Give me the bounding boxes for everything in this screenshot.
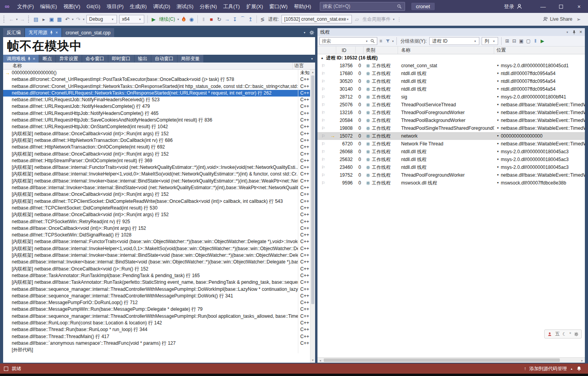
- thread-row[interactable]: ⚐ → 13216 0 工作线程 ThreadPoolForegroundWor…: [317, 109, 585, 116]
- toolbar-overflow-icon[interactable]: ⋮: [395, 15, 403, 23]
- callstack-row[interactable]: → [内联框架] netbase.dll!base::internal::Fun…: [3, 238, 315, 245]
- callstack-row[interactable]: → netbase.dll!base::MessagePumpWin::Run(…: [3, 306, 315, 313]
- thread-location[interactable]: ▼ netbase.dll!base::WaitableEvent::Timed…: [494, 109, 585, 116]
- pause-icon[interactable]: ‖: [200, 15, 208, 23]
- menu-item[interactable]: 项目(P): [104, 0, 127, 13]
- callstack-row[interactable]: → [内联框架] netbase.dll!base::internal::Fun…: [3, 164, 315, 171]
- expand-location-icon[interactable]: ▼: [497, 124, 499, 132]
- callstack-row[interactable]: → netbase.dll!net::URLRequestHttpJob::On…: [3, 124, 315, 130]
- filter-funnel-icon[interactable]: [384, 37, 391, 45]
- tool-window-tab[interactable]: 命令窗口 ×: [82, 55, 108, 63]
- undo-icon[interactable]: ↶: [63, 15, 71, 23]
- thread-flag-icon[interactable]: ⚐: [317, 70, 329, 77]
- redo-icon[interactable]: ↷: [74, 15, 82, 23]
- thread-row[interactable]: ⚐ → 25632 0 工作线程 ntdll.dll 线程 ▼ msys-2.0…: [317, 156, 585, 163]
- document-tab[interactable]: 反汇编 ×: [3, 28, 24, 37]
- freeze-threads-icon[interactable]: ‖: [532, 37, 539, 45]
- callstack-row[interactable]: → netbase.dll!net::URLRequestJob::Notify…: [3, 97, 315, 103]
- callstack-row[interactable]: → netbase.dll!cronet::Cronet_UrlRequestI…: [3, 83, 315, 90]
- column-header-id[interactable]: ID: [336, 47, 356, 54]
- callstack-row[interactable]: → [内联框架] netbase.dll!base::OnceCallback<…: [3, 211, 315, 218]
- expand-location-icon[interactable]: ▼: [497, 156, 499, 163]
- quick-search-box[interactable]: 搜索 (Ctrl+Q): [320, 2, 405, 11]
- callstack-row[interactable]: → netbase.dll!net::HttpStreamParser::OnI…: [3, 158, 315, 164]
- callstack-row[interactable]: → netbase.dll!net::URLRequestJob::Notify…: [3, 103, 315, 110]
- active-files-chevron-icon[interactable]: ▾: [304, 31, 305, 34]
- ime-mode-label[interactable]: 五: [555, 331, 559, 337]
- scroll-left-icon[interactable]: ◂: [317, 358, 323, 363]
- threads-horizontal-scrollbar[interactable]: ◂ ▸: [317, 357, 585, 363]
- callstack-row[interactable]: → [内联框架] netbase.dll!base::OnceCallback<…: [3, 131, 315, 137]
- scrollbar-thumb[interactable]: [324, 358, 560, 362]
- callstack-row[interactable]: → netbase.dll!base::OnceCallback<void (i…: [3, 225, 315, 232]
- callstack-row[interactable]: → netbase.dll!base::`anonymous namespace…: [3, 340, 315, 347]
- callstack-row[interactable]: → [内联框架] netbase.dll!base::internal::Inv…: [3, 178, 315, 184]
- thread-row[interactable]: ⚐ → 28712 0 工作线程 sig ▼ msys-2.0.dll!0000…: [317, 93, 585, 101]
- thread-location[interactable]: ▼ netbase.dll!base::WaitableEvent::Timed…: [494, 124, 585, 132]
- save-icon[interactable]: ▣: [48, 15, 56, 23]
- ime-toolbar[interactable]: 五 ☾ °: [544, 329, 582, 338]
- column-header-name[interactable]: 名称: [398, 47, 494, 54]
- filter-caret-icon[interactable]: ▾: [392, 39, 394, 43]
- callstack-row[interactable]: → [内联框架] netbase.dll!base::TaskAnnotator…: [3, 279, 315, 286]
- callstack-row[interactable]: → netbase.dll!base::MessagePumpForIO::Do…: [3, 299, 315, 306]
- menu-item[interactable]: Git(G): [83, 0, 103, 13]
- group-windows-icon[interactable]: ▣: [518, 37, 525, 45]
- callstack-vertical-scrollbar[interactable]: ▴ ▾: [310, 70, 315, 363]
- thread-row[interactable]: ⚐ → 17680 0 工作线程 ntdll.dll 线程 ▼ ntdll.dl…: [317, 70, 585, 77]
- menu-item[interactable]: 分析(N): [197, 0, 220, 13]
- callstack-row[interactable]: → netbase.dll!net::TCPClientSocket::DidC…: [3, 205, 315, 211]
- column-header-suspend[interactable]: [356, 47, 364, 54]
- thread-flag-icon[interactable]: ⚐: [317, 179, 329, 187]
- expand-location-icon[interactable]: ▼: [497, 109, 499, 116]
- document-tab[interactable]: cronet_conn_stat.cpp ×: [62, 28, 114, 37]
- thread-location[interactable]: ▼ netbase.dll!base::WaitableEvent::Timed…: [494, 101, 585, 109]
- callstack-row[interactable]: → netbase.dll!net::TCPSocketWin::RetryRe…: [3, 218, 315, 225]
- editor-area[interactable]: 帧不在模块中: [3, 37, 315, 55]
- expand-all-icon[interactable]: ⊞: [504, 37, 511, 45]
- tool-window-tab[interactable]: 即时窗口 ×: [108, 55, 134, 63]
- callstack-row[interactable]: → [外部代码]: [3, 347, 315, 353]
- step-out-icon[interactable]: ↥: [247, 15, 255, 23]
- navigate-forward-icon[interactable]: →: [18, 15, 26, 23]
- menu-item[interactable]: 测试(S): [173, 0, 196, 13]
- close-icon[interactable]: ×: [579, 29, 582, 35]
- chevron-down-icon[interactable]: ▾: [311, 57, 313, 61]
- continue-caret-icon[interactable]: ▾: [177, 18, 179, 21]
- save-all-icon[interactable]: ▦: [56, 15, 63, 23]
- process-select[interactable]: [10532] cronet_conn_stat.exe▾: [281, 15, 352, 23]
- toolbar-grip[interactable]: [4, 16, 5, 23]
- callstack-row[interactable]: → [内联框架] netbase.dll!base::OnceCallback<…: [3, 151, 315, 158]
- close-tab-icon[interactable]: ×: [56, 30, 58, 35]
- callstack-row[interactable]: → [内联框架] netbase.dll!base::internal::Inv…: [3, 252, 315, 259]
- flag-column-header[interactable]: [317, 47, 329, 54]
- callstack-row[interactable]: → netbase.dll!base::sequence_manager::in…: [3, 313, 315, 320]
- undo-caret-icon[interactable]: ▾: [72, 18, 74, 21]
- thread-location[interactable]: ▼ netbase.dll!base::WaitableEvent::Timed…: [494, 140, 585, 148]
- callstack-row[interactable]: → [内联框架] netbase.dll!net::TCPClientSocke…: [3, 198, 315, 205]
- continue-icon[interactable]: ▶: [150, 15, 158, 23]
- thread-row[interactable]: ⚐ → 15072 0 工作线程 network ▼ 0000000000000…: [317, 132, 585, 140]
- thread-flag-icon[interactable]: ⚐: [317, 62, 329, 70]
- callstack-row[interactable]: → netbase.dll!base::Thread::Run(base::Ru…: [3, 326, 315, 333]
- thread-flag-icon[interactable]: ⚐: [317, 77, 329, 85]
- menu-item[interactable]: 帮助(H): [291, 0, 314, 13]
- tool-window-tab[interactable]: 调用堆栈 ×: [3, 55, 39, 63]
- solution-platform-select[interactable]: x64▾: [119, 15, 144, 23]
- group-by-select[interactable]: 进程 ID▾: [429, 37, 479, 45]
- thread-row[interactable]: ⚐ → 30140 0 工作线程 ntdll.dll 线程 ▼ ntdll.dl…: [317, 85, 585, 93]
- expand-location-icon[interactable]: ▼: [497, 163, 499, 171]
- continue-button-label[interactable]: 继续(C): [159, 16, 175, 23]
- menu-item[interactable]: 编辑(E): [37, 0, 60, 13]
- step-into-icon[interactable]: ↧: [231, 15, 239, 23]
- thread-location[interactable]: ▼ ntdll.dll!00007ffdc0954a54: [494, 77, 585, 85]
- redo-caret-icon[interactable]: ▾: [83, 18, 84, 21]
- search-scope-icon[interactable]: ≡: [377, 37, 384, 45]
- menu-item[interactable]: 工具(T): [220, 0, 243, 13]
- add-to-source-control-button[interactable]: 添加到源代码管理: [529, 365, 567, 372]
- collapse-all-icon[interactable]: ⊟: [511, 37, 518, 45]
- thread-row[interactable]: ⚐ → 25076 0 工作线程 ThreadPoolServiceThread…: [317, 101, 585, 109]
- thread-flag-icon[interactable]: ⚐: [317, 163, 329, 171]
- callstack-row[interactable]: → netbase.dll!base::TaskAnnotator::RunTa…: [3, 272, 315, 279]
- scrollbar-thumb[interactable]: [311, 75, 314, 304]
